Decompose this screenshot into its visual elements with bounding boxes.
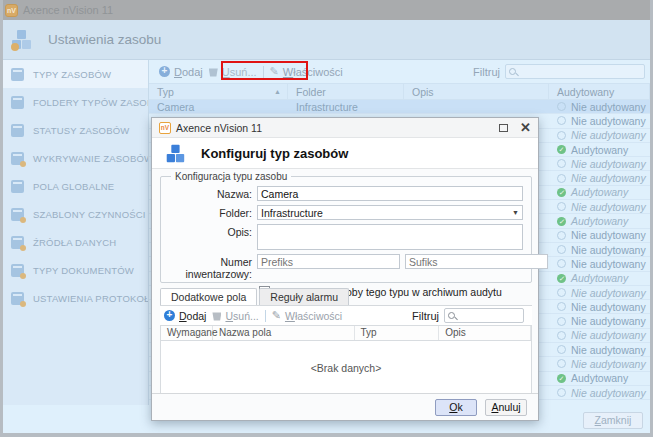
sidebar-item-protocol-settings[interactable]: USTAWIENIA PROTOKOŁÓW <box>0 284 148 312</box>
dialog-column-header-nazwa-pola[interactable]: Nazwa pola <box>213 326 355 340</box>
sidebar-item-label: STATUSY ZASOBÓW <box>33 125 129 136</box>
sidebar-item-folders[interactable]: FOLDERY TYPÓW ZASOB... <box>0 88 148 116</box>
dialog-column-header-typ[interactable]: Typ <box>355 326 440 340</box>
dialog-fields-table: WymaganeNazwa polaTypOpis <Brak danych> <box>160 325 532 395</box>
main-window: nV Axence nVision 11 Ustawienia zasobu T… <box>0 0 653 437</box>
resource-types-icon <box>11 68 24 81</box>
sidebar-item-statuses[interactable]: STATUSY ZASOBÓW <box>0 116 148 144</box>
empty-state-text: <Brak danych> <box>161 341 531 394</box>
folder-select[interactable]: Infrastructure ▼ <box>257 205 523 220</box>
audit-cell: Nie audytowany <box>549 100 650 113</box>
sidebar-item-document-types[interactable]: TYPY DOKUMENTÓW <box>0 256 148 284</box>
audit-status-label: Nie audytowany <box>571 258 646 270</box>
tab-dodatkowe-pola[interactable]: Dodatkowe pola <box>160 288 257 305</box>
pencil-icon: ✎ <box>272 309 281 322</box>
filter-input[interactable] <box>505 64 645 79</box>
maximize-icon[interactable] <box>499 124 508 132</box>
close-button[interactable]: Zamknij <box>583 412 643 429</box>
trash-icon <box>209 67 218 77</box>
not-audited-radio-icon <box>557 131 566 140</box>
suffix-field[interactable] <box>405 254 548 269</box>
add-button[interactable]: + Dodaj <box>159 66 203 78</box>
plus-icon: + <box>159 66 170 77</box>
audit-status-label: Nie audytowany <box>571 244 646 256</box>
sidebar-item-label: FOLDERY TYPÓW ZASOB... <box>33 97 162 108</box>
group-title: Konfiguracja typu zasobu <box>171 171 291 182</box>
column-header-audytowany[interactable]: Audytowany <box>549 84 650 99</box>
name-field[interactable] <box>257 186 523 201</box>
dialog-filter-input[interactable] <box>444 308 524 323</box>
not-audited-radio-icon <box>557 259 566 268</box>
audit-cell: Nie audytowany <box>549 357 650 370</box>
discovery-icon <box>11 152 24 165</box>
audit-cell: Nie audytowany <box>549 129 650 142</box>
audit-cell: ✓Audytowany <box>549 272 650 285</box>
close-icon[interactable]: ✕ <box>520 123 531 133</box>
audit-cell: Nie audytowany <box>549 386 650 399</box>
audit-cell: ✓Audytowany <box>549 214 650 227</box>
activity-templates-icon <box>11 208 24 221</box>
typ-cell: Camera <box>149 100 288 113</box>
tab-reguły-alarmu[interactable]: Reguły alarmu <box>259 288 349 305</box>
not-audited-radio-icon <box>557 202 566 211</box>
sidebar-item-discovery[interactable]: WYKRYWANIE ZASOBÓW <box>0 144 148 172</box>
dialog-properties-button[interactable]: ✎ Właściwości <box>272 309 342 322</box>
sidebar-item-global-fields[interactable]: POLA GLOBALNE <box>0 172 148 200</box>
filter-label: Filtruj <box>473 66 500 78</box>
audit-status-label: Nie audytowany <box>571 158 646 170</box>
audit-status-label: Nie audytowany <box>571 329 646 341</box>
dialog-heading: Konfiguruj typ zasobów <box>201 146 348 161</box>
ok-button[interactable]: Ok <box>435 399 477 416</box>
cancel-button[interactable]: Anuluj <box>485 399 527 416</box>
not-audited-radio-icon <box>557 359 566 368</box>
column-header-typ[interactable]: Typ▲ <box>149 84 288 99</box>
global-fields-icon <box>11 180 24 193</box>
chevron-down-icon: ▼ <box>512 209 519 216</box>
not-audited-radio-icon <box>557 231 566 240</box>
table-row[interactable]: CameraInfrastructureNie audytowany <box>149 100 653 114</box>
name-label: Nazwa: <box>161 186 257 200</box>
annotation-highlight <box>221 61 308 80</box>
audit-cell: Nie audytowany <box>549 343 650 356</box>
audit-status-label: Audytowany <box>571 186 628 198</box>
dialog-toolbar: + Dodaj Usuń... ✎ Właściwości Filtruj <box>160 305 532 325</box>
configure-type-dialog: nV Axence nVision 11 ✕ Konfiguruj typ za… <box>151 117 539 421</box>
sidebar-item-data-sources[interactable]: ŹRÓDŁA DANYCH <box>0 228 148 256</box>
folder-label: Folder: <box>161 205 257 219</box>
audit-status-label: Nie audytowany <box>571 229 646 241</box>
audit-status-label: Nie audytowany <box>571 387 646 399</box>
dialog-button-row: Ok Anuluj <box>152 393 538 420</box>
audited-check-icon: ✓ <box>557 217 566 226</box>
prefix-field[interactable] <box>257 254 400 269</box>
not-audited-radio-icon <box>557 174 566 183</box>
sidebar-item-resource-types[interactable]: TYPY ZASOBÓW <box>0 60 148 88</box>
type-config-group: Konfiguracja typu zasobu Nazwa: Folder: … <box>160 176 532 283</box>
search-icon <box>448 312 455 319</box>
dialog-column-header-wymagane[interactable]: Wymagane <box>161 326 213 340</box>
audit-status-label: Nie audytowany <box>571 201 646 213</box>
description-field[interactable] <box>257 224 523 250</box>
folder-cell: Infrastructure <box>288 100 404 113</box>
column-header-folder[interactable]: Folder <box>288 84 404 99</box>
dialog-tabs: Dodatkowe polaReguły alarmu <box>160 288 349 305</box>
toolbar-separator <box>265 310 266 322</box>
dialog-column-header-opis[interactable]: Opis <box>439 326 531 340</box>
document-types-icon <box>11 264 24 277</box>
dialog-title: Axence nVision 11 <box>176 122 262 134</box>
dialog-header: Konfiguruj typ zasobów <box>152 138 538 169</box>
audit-cell: Nie audytowany <box>549 200 650 213</box>
audit-status-label: Nie audytowany <box>571 101 646 113</box>
audit-status-label: Nie audytowany <box>571 315 646 327</box>
dialog-remove-button[interactable]: Usuń... <box>212 310 258 322</box>
dialog-add-button[interactable]: + Dodaj <box>164 310 206 322</box>
page-title: Ustawienia zasobu <box>48 32 161 47</box>
dialog-table-header: WymaganeNazwa polaTypOpis <box>161 326 531 341</box>
audit-cell: ✓Audytowany <box>549 143 650 156</box>
dialog-filter-label: Filtruj <box>412 310 439 322</box>
audit-cell: ✓Audytowany <box>549 372 650 385</box>
inventory-label: Numer inwentarzowy: <box>161 254 257 280</box>
audit-status-label: Nie audytowany <box>571 287 646 299</box>
audit-cell: Nie audytowany <box>549 157 650 170</box>
column-header-opis[interactable]: Opis <box>404 84 549 99</box>
sidebar-item-activity-templates[interactable]: SZABLONY CZYNNOŚCI <box>0 200 148 228</box>
